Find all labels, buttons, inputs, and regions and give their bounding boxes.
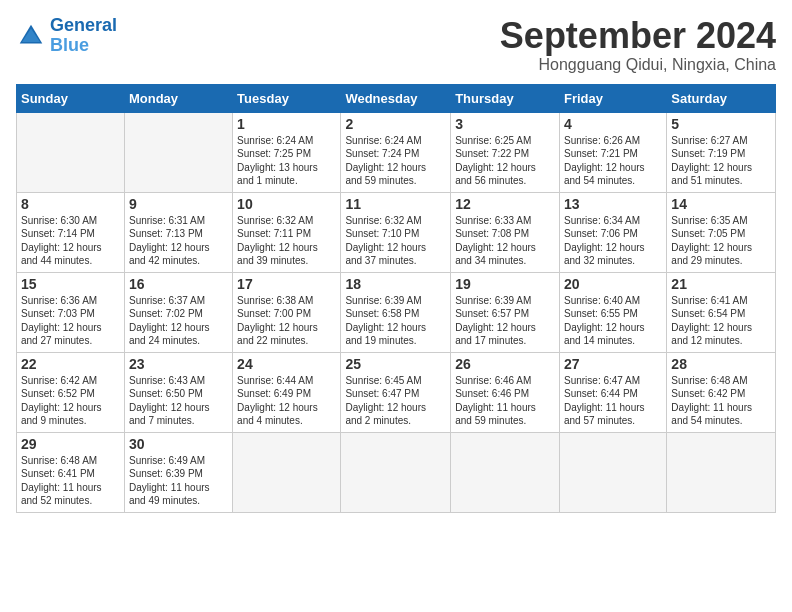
day-number: 30 (129, 436, 228, 452)
day-info: Sunrise: 6:31 AMSunset: 7:13 PMDaylight:… (129, 214, 228, 268)
calendar-cell: 23Sunrise: 6:43 AMSunset: 6:50 PMDayligh… (124, 352, 232, 432)
location: Hongguang Qidui, Ningxia, China (500, 56, 776, 74)
calendar-cell: 28Sunrise: 6:48 AMSunset: 6:42 PMDayligh… (667, 352, 776, 432)
day-info: Sunrise: 6:39 AMSunset: 6:58 PMDaylight:… (345, 294, 446, 348)
calendar-cell: 25Sunrise: 6:45 AMSunset: 6:47 PMDayligh… (341, 352, 451, 432)
day-number: 15 (21, 276, 120, 292)
calendar-cell: 10Sunrise: 6:32 AMSunset: 7:11 PMDayligh… (233, 192, 341, 272)
calendar-cell (667, 432, 776, 512)
day-info: Sunrise: 6:40 AMSunset: 6:55 PMDaylight:… (564, 294, 662, 348)
day-number: 2 (345, 116, 446, 132)
calendar-week-row: 1Sunrise: 6:24 AMSunset: 7:25 PMDaylight… (17, 112, 776, 192)
day-number: 12 (455, 196, 555, 212)
day-number: 1 (237, 116, 336, 132)
calendar-cell: 1Sunrise: 6:24 AMSunset: 7:25 PMDaylight… (233, 112, 341, 192)
day-info: Sunrise: 6:30 AMSunset: 7:14 PMDaylight:… (21, 214, 120, 268)
calendar-week-row: 15Sunrise: 6:36 AMSunset: 7:03 PMDayligh… (17, 272, 776, 352)
day-info: Sunrise: 6:32 AMSunset: 7:10 PMDaylight:… (345, 214, 446, 268)
calendar-cell: 4Sunrise: 6:26 AMSunset: 7:21 PMDaylight… (559, 112, 666, 192)
calendar-cell: 21Sunrise: 6:41 AMSunset: 6:54 PMDayligh… (667, 272, 776, 352)
calendar-cell: 18Sunrise: 6:39 AMSunset: 6:58 PMDayligh… (341, 272, 451, 352)
day-info: Sunrise: 6:47 AMSunset: 6:44 PMDaylight:… (564, 374, 662, 428)
day-info: Sunrise: 6:27 AMSunset: 7:19 PMDaylight:… (671, 134, 771, 188)
calendar-cell: 20Sunrise: 6:40 AMSunset: 6:55 PMDayligh… (559, 272, 666, 352)
weekday-header: Saturday (667, 84, 776, 112)
weekday-header: Wednesday (341, 84, 451, 112)
day-info: Sunrise: 6:38 AMSunset: 7:00 PMDaylight:… (237, 294, 336, 348)
day-number: 27 (564, 356, 662, 372)
calendar-cell: 8Sunrise: 6:30 AMSunset: 7:14 PMDaylight… (17, 192, 125, 272)
day-number: 26 (455, 356, 555, 372)
day-number: 14 (671, 196, 771, 212)
logo-text: GeneralBlue (50, 16, 117, 56)
day-info: Sunrise: 6:33 AMSunset: 7:08 PMDaylight:… (455, 214, 555, 268)
calendar-cell: 19Sunrise: 6:39 AMSunset: 6:57 PMDayligh… (451, 272, 560, 352)
calendar-cell (17, 112, 125, 192)
day-info: Sunrise: 6:39 AMSunset: 6:57 PMDaylight:… (455, 294, 555, 348)
day-number: 25 (345, 356, 446, 372)
day-number: 23 (129, 356, 228, 372)
day-number: 3 (455, 116, 555, 132)
day-info: Sunrise: 6:24 AMSunset: 7:24 PMDaylight:… (345, 134, 446, 188)
weekday-header: Sunday (17, 84, 125, 112)
weekday-header: Monday (124, 84, 232, 112)
weekday-header-row: SundayMondayTuesdayWednesdayThursdayFrid… (17, 84, 776, 112)
day-number: 20 (564, 276, 662, 292)
calendar-cell: 16Sunrise: 6:37 AMSunset: 7:02 PMDayligh… (124, 272, 232, 352)
calendar-week-row: 29Sunrise: 6:48 AMSunset: 6:41 PMDayligh… (17, 432, 776, 512)
day-info: Sunrise: 6:25 AMSunset: 7:22 PMDaylight:… (455, 134, 555, 188)
calendar-cell: 29Sunrise: 6:48 AMSunset: 6:41 PMDayligh… (17, 432, 125, 512)
calendar-cell: 30Sunrise: 6:49 AMSunset: 6:39 PMDayligh… (124, 432, 232, 512)
day-number: 29 (21, 436, 120, 452)
day-info: Sunrise: 6:36 AMSunset: 7:03 PMDaylight:… (21, 294, 120, 348)
day-info: Sunrise: 6:26 AMSunset: 7:21 PMDaylight:… (564, 134, 662, 188)
day-number: 18 (345, 276, 446, 292)
calendar-cell: 13Sunrise: 6:34 AMSunset: 7:06 PMDayligh… (559, 192, 666, 272)
weekday-header: Friday (559, 84, 666, 112)
calendar-table: SundayMondayTuesdayWednesdayThursdayFrid… (16, 84, 776, 513)
day-number: 10 (237, 196, 336, 212)
calendar-cell (233, 432, 341, 512)
day-number: 5 (671, 116, 771, 132)
day-info: Sunrise: 6:35 AMSunset: 7:05 PMDaylight:… (671, 214, 771, 268)
day-info: Sunrise: 6:46 AMSunset: 6:46 PMDaylight:… (455, 374, 555, 428)
day-number: 22 (21, 356, 120, 372)
calendar-cell: 22Sunrise: 6:42 AMSunset: 6:52 PMDayligh… (17, 352, 125, 432)
day-info: Sunrise: 6:32 AMSunset: 7:11 PMDaylight:… (237, 214, 336, 268)
calendar-cell: 17Sunrise: 6:38 AMSunset: 7:00 PMDayligh… (233, 272, 341, 352)
calendar-cell: 11Sunrise: 6:32 AMSunset: 7:10 PMDayligh… (341, 192, 451, 272)
calendar-cell (124, 112, 232, 192)
day-info: Sunrise: 6:43 AMSunset: 6:50 PMDaylight:… (129, 374, 228, 428)
calendar-cell: 9Sunrise: 6:31 AMSunset: 7:13 PMDaylight… (124, 192, 232, 272)
day-number: 13 (564, 196, 662, 212)
calendar-cell: 15Sunrise: 6:36 AMSunset: 7:03 PMDayligh… (17, 272, 125, 352)
logo-icon (16, 21, 46, 51)
day-number: 8 (21, 196, 120, 212)
calendar-cell: 5Sunrise: 6:27 AMSunset: 7:19 PMDaylight… (667, 112, 776, 192)
day-info: Sunrise: 6:34 AMSunset: 7:06 PMDaylight:… (564, 214, 662, 268)
calendar-cell: 26Sunrise: 6:46 AMSunset: 6:46 PMDayligh… (451, 352, 560, 432)
calendar-cell (451, 432, 560, 512)
calendar-cell: 24Sunrise: 6:44 AMSunset: 6:49 PMDayligh… (233, 352, 341, 432)
day-info: Sunrise: 6:44 AMSunset: 6:49 PMDaylight:… (237, 374, 336, 428)
calendar-cell: 27Sunrise: 6:47 AMSunset: 6:44 PMDayligh… (559, 352, 666, 432)
day-number: 11 (345, 196, 446, 212)
calendar-cell: 12Sunrise: 6:33 AMSunset: 7:08 PMDayligh… (451, 192, 560, 272)
day-info: Sunrise: 6:45 AMSunset: 6:47 PMDaylight:… (345, 374, 446, 428)
calendar-cell (559, 432, 666, 512)
calendar-cell: 2Sunrise: 6:24 AMSunset: 7:24 PMDaylight… (341, 112, 451, 192)
day-number: 21 (671, 276, 771, 292)
logo: GeneralBlue (16, 16, 117, 56)
day-info: Sunrise: 6:49 AMSunset: 6:39 PMDaylight:… (129, 454, 228, 508)
day-info: Sunrise: 6:48 AMSunset: 6:42 PMDaylight:… (671, 374, 771, 428)
day-number: 17 (237, 276, 336, 292)
calendar-week-row: 8Sunrise: 6:30 AMSunset: 7:14 PMDaylight… (17, 192, 776, 272)
calendar-week-row: 22Sunrise: 6:42 AMSunset: 6:52 PMDayligh… (17, 352, 776, 432)
day-number: 19 (455, 276, 555, 292)
day-info: Sunrise: 6:48 AMSunset: 6:41 PMDaylight:… (21, 454, 120, 508)
weekday-header: Tuesday (233, 84, 341, 112)
weekday-header: Thursday (451, 84, 560, 112)
title-block: September 2024 Hongguang Qidui, Ningxia,… (500, 16, 776, 74)
day-number: 4 (564, 116, 662, 132)
day-number: 16 (129, 276, 228, 292)
